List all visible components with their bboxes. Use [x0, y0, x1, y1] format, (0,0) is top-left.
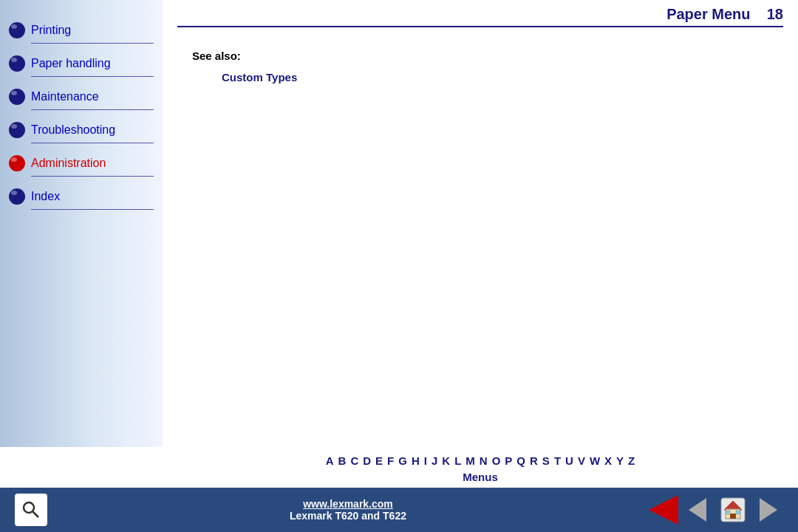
- alpha-letter-C[interactable]: C: [350, 454, 358, 467]
- svg-point-0: [24, 502, 34, 513]
- content-header: Paper Menu 18: [163, 0, 798, 23]
- search-icon: [21, 499, 41, 520]
- alpha-letter-Z[interactable]: Z: [628, 454, 635, 467]
- sidebar-item-index[interactable]: Index: [0, 181, 163, 209]
- svg-rect-6: [726, 511, 730, 514]
- sidebar-divider-maintenance: [31, 109, 154, 110]
- footer-url[interactable]: www.lexmark.com: [47, 498, 649, 510]
- alpha-letter-I[interactable]: I: [424, 454, 427, 467]
- alpha-letter-F[interactable]: F: [387, 454, 394, 467]
- alpha-letter-V[interactable]: V: [578, 454, 585, 467]
- alpha-letter-J[interactable]: J: [432, 454, 437, 467]
- home-button[interactable]: [717, 494, 749, 526]
- app-container: PrintingPaper handlingMaintenanceTrouble…: [0, 0, 798, 532]
- svg-rect-5: [730, 514, 736, 519]
- alpha-letter-Q[interactable]: Q: [516, 454, 525, 467]
- sidebar-divider-paper-handling: [31, 76, 154, 77]
- content-body: See also: Custom Types: [163, 27, 798, 106]
- alpha-letter-Y[interactable]: Y: [616, 454, 624, 467]
- content-area: Paper Menu 18 See also: Custom Types: [163, 0, 798, 447]
- alpha-letter-G[interactable]: G: [398, 454, 407, 467]
- sidebar-divider-index: [31, 209, 154, 210]
- main-area: PrintingPaper handlingMaintenanceTrouble…: [0, 0, 798, 447]
- next-arrow-icon: [760, 498, 777, 522]
- sidebar-bullet-maintenance: [9, 89, 25, 105]
- alpha-letter-U[interactable]: U: [565, 454, 573, 467]
- sidebar-label-maintenance: Maintenance: [31, 90, 99, 103]
- alpha-letter-D[interactable]: D: [363, 454, 371, 467]
- sidebar-divider-troubleshooting: [31, 143, 154, 143]
- sidebar-item-troubleshooting[interactable]: Troubleshooting: [0, 115, 163, 143]
- sidebar-bullet-administration: [9, 155, 25, 171]
- sidebar-item-paper-handling[interactable]: Paper handling: [0, 48, 163, 76]
- back-button[interactable]: [649, 495, 678, 525]
- alpha-letter-B[interactable]: B: [338, 454, 347, 467]
- alpha-letter-K[interactable]: K: [442, 454, 450, 467]
- sidebar-label-administration: Administration: [31, 157, 106, 170]
- sidebar-label-paper-handling: Paper handling: [31, 57, 111, 70]
- sidebar-bullet-troubleshooting: [9, 122, 25, 138]
- sidebar-item-maintenance[interactable]: Maintenance: [0, 81, 163, 109]
- sidebar-bullet-paper-handling: [9, 55, 25, 72]
- alpha-letter-N[interactable]: N: [480, 454, 488, 467]
- footer: www.lexmark.com Lexmark T620 and T622: [0, 488, 798, 532]
- page-title: Paper Menu 18: [666, 6, 783, 23]
- alpha-letter-T[interactable]: T: [554, 454, 561, 467]
- alpha-letter-X[interactable]: X: [604, 454, 612, 467]
- search-button[interactable]: [15, 494, 47, 526]
- sidebar-item-printing[interactable]: Printing: [0, 15, 163, 43]
- alpha-letter-W[interactable]: W: [590, 454, 600, 467]
- sidebar-label-troubleshooting: Troubleshooting: [31, 123, 115, 137]
- alpha-letter-P[interactable]: P: [505, 454, 512, 467]
- footer-center: www.lexmark.com Lexmark T620 and T622: [47, 498, 649, 522]
- alpha-letter-R[interactable]: R: [530, 454, 538, 467]
- next-button[interactable]: [754, 495, 783, 525]
- see-also-label: See also:: [192, 50, 768, 62]
- back-arrow-icon: [649, 495, 678, 525]
- prev-button[interactable]: [683, 495, 712, 525]
- menus-label: Menus: [163, 471, 798, 483]
- svg-line-1: [33, 512, 39, 518]
- sidebar-divider-administration: [31, 176, 154, 177]
- alpha-letter-E[interactable]: E: [375, 454, 383, 467]
- alpha-letter-H[interactable]: H: [412, 454, 420, 467]
- prev-arrow-icon: [689, 498, 706, 522]
- footer-left: [15, 494, 47, 526]
- alpha-nav: ABCDEFGHIJKLMNOPQRSTUVWXYZ: [163, 447, 798, 471]
- custom-types-link[interactable]: Custom Types: [222, 71, 297, 83]
- sidebar-label-index: Index: [31, 190, 60, 203]
- sidebar-bullet-printing: [9, 22, 25, 38]
- sidebar-item-administration[interactable]: Administration: [0, 148, 163, 176]
- home-icon: [718, 495, 748, 525]
- sidebar-label-printing: Printing: [31, 24, 71, 37]
- alpha-letter-S[interactable]: S: [542, 454, 550, 467]
- svg-rect-7: [736, 511, 740, 514]
- alpha-letter-L[interactable]: L: [454, 454, 461, 467]
- alpha-letter-M[interactable]: M: [466, 454, 475, 467]
- alpha-letter-A[interactable]: A: [326, 454, 334, 467]
- footer-nav-buttons: [649, 494, 783, 526]
- sidebar-bullet-index: [9, 188, 25, 205]
- footer-device: Lexmark T620 and T622: [47, 510, 649, 522]
- sidebar: PrintingPaper handlingMaintenanceTrouble…: [0, 0, 163, 447]
- sidebar-divider-printing: [31, 43, 154, 44]
- alpha-letter-O[interactable]: O: [492, 454, 501, 467]
